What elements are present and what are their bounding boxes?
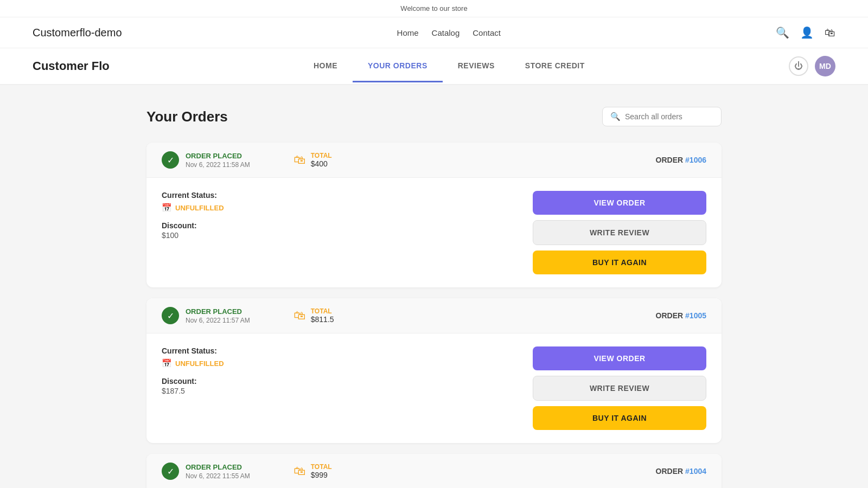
buy-it-again-button[interactable]: BUY IT AGAIN bbox=[533, 406, 706, 430]
discount-label: Discount: bbox=[162, 377, 224, 386]
order-card: ✓ ORDER PLACED Nov 6, 2022 11:57 AM 🛍 TO… bbox=[146, 298, 722, 443]
bag-icon: 🛍 bbox=[293, 153, 305, 167]
calendar-icon: 📅 bbox=[162, 358, 172, 368]
app-nav-right: ⏻ MD bbox=[789, 56, 835, 76]
total-text: TOTAL $999 bbox=[311, 463, 332, 479]
announcement-bar: Welcome to our store bbox=[0, 0, 868, 17]
order-total-section: 🛍 TOTAL $999 bbox=[293, 463, 332, 479]
cart-icon[interactable]: 🛍 bbox=[825, 27, 835, 39]
nav-link-home[interactable]: Home bbox=[397, 28, 419, 37]
orders-list: ✓ ORDER PLACED Nov 6, 2022 11:58 AM 🛍 TO… bbox=[146, 143, 722, 488]
app-brand: Customer Flo bbox=[33, 48, 110, 84]
tab-reviews[interactable]: REVIEWS bbox=[443, 50, 510, 82]
discount-section: Discount: $100 bbox=[162, 221, 224, 240]
current-status-label: Current Status: bbox=[162, 191, 224, 200]
order-date: Nov 6, 2022 11:57 AM bbox=[186, 317, 250, 324]
order-number-section: ORDER #1006 bbox=[656, 156, 706, 164]
store-nav: Customerflo-demo Home Catalog Contact 🔍 … bbox=[0, 17, 868, 48]
total-amount: $400 bbox=[311, 159, 332, 168]
announcement-text: Welcome to our store bbox=[400, 4, 467, 12]
order-date: Nov 6, 2022 11:58 AM bbox=[186, 161, 250, 169]
check-circle-icon: ✓ bbox=[162, 307, 179, 324]
discount-section: Discount: $187.5 bbox=[162, 377, 224, 395]
order-number: #1006 bbox=[685, 156, 706, 164]
total-text: TOTAL $811.5 bbox=[311, 307, 334, 324]
app-nav: Customer Flo HOME YOUR ORDERS REVIEWS ST… bbox=[0, 48, 868, 85]
order-card: ✓ ORDER PLACED Nov 6, 2022 11:58 AM 🛍 TO… bbox=[146, 143, 722, 287]
order-total-section: 🛍 TOTAL $400 bbox=[293, 152, 332, 168]
power-icon[interactable]: ⏻ bbox=[789, 56, 808, 76]
order-placed-text: ORDER PLACED Nov 6, 2022 11:55 AM bbox=[186, 463, 250, 480]
order-placed-text: ORDER PLACED Nov 6, 2022 11:57 AM bbox=[186, 307, 250, 324]
calendar-icon: 📅 bbox=[162, 203, 172, 213]
fulfillment-status: 📅 UNFULFILLED bbox=[162, 203, 224, 213]
order-number-section: ORDER #1004 bbox=[656, 467, 706, 476]
tab-store-credit[interactable]: STORE CREDIT bbox=[510, 50, 600, 82]
search-icon[interactable]: 🔍 bbox=[776, 26, 789, 39]
buy-it-again-button[interactable]: BUY IT AGAIN bbox=[533, 251, 706, 274]
fulfillment-text: UNFULFILLED bbox=[175, 359, 224, 368]
total-text: TOTAL $400 bbox=[311, 152, 332, 168]
orders-title: Your Orders bbox=[146, 108, 228, 125]
order-number: #1005 bbox=[685, 311, 706, 320]
current-status-label: Current Status: bbox=[162, 346, 224, 355]
order-actions: VIEW ORDER WRITE REVIEW BUY IT AGAIN bbox=[533, 191, 706, 274]
nav-link-contact[interactable]: Contact bbox=[473, 28, 501, 37]
order-card: ✓ ORDER PLACED Nov 6, 2022 11:55 AM 🛍 TO… bbox=[146, 454, 722, 488]
order-actions: VIEW ORDER WRITE REVIEW BUY IT AGAIN bbox=[533, 346, 706, 430]
write-review-button[interactable]: WRITE REVIEW bbox=[533, 220, 706, 245]
total-amount: $811.5 bbox=[311, 315, 334, 324]
search-icon: 🔍 bbox=[610, 112, 621, 121]
avatar[interactable]: MD bbox=[815, 56, 835, 76]
search-input[interactable] bbox=[625, 112, 713, 121]
total-label: TOTAL bbox=[311, 463, 332, 471]
order-placed-label: ORDER PLACED bbox=[186, 152, 250, 160]
view-order-button[interactable]: VIEW ORDER bbox=[533, 191, 706, 215]
nav-link-catalog[interactable]: Catalog bbox=[432, 28, 460, 37]
order-card-body: Current Status: 📅 UNFULFILLED Discount: … bbox=[146, 178, 722, 287]
order-card-body: Current Status: 📅 UNFULFILLED Discount: … bbox=[146, 333, 722, 443]
tab-your-orders[interactable]: YOUR ORDERS bbox=[353, 50, 443, 82]
order-placed-text: ORDER PLACED Nov 6, 2022 11:58 AM bbox=[186, 152, 250, 169]
order-number: #1004 bbox=[685, 467, 706, 476]
fulfillment-text: UNFULFILLED bbox=[175, 204, 224, 212]
order-placed-label: ORDER PLACED bbox=[186, 463, 250, 471]
order-details-left: Current Status: 📅 UNFULFILLED Discount: … bbox=[162, 346, 224, 395]
store-nav-icons: 🔍 👤 🛍 bbox=[776, 26, 835, 39]
discount-label: Discount: bbox=[162, 221, 224, 230]
bag-icon: 🛍 bbox=[293, 309, 305, 323]
write-review-button[interactable]: WRITE REVIEW bbox=[533, 376, 706, 401]
order-placed-section: ✓ ORDER PLACED Nov 6, 2022 11:58 AM bbox=[162, 151, 250, 169]
discount-value: $100 bbox=[162, 231, 224, 240]
order-placed-label: ORDER PLACED bbox=[186, 307, 250, 316]
order-placed-section: ✓ ORDER PLACED Nov 6, 2022 11:57 AM bbox=[162, 307, 250, 324]
view-order-button[interactable]: VIEW ORDER bbox=[533, 346, 706, 370]
tab-home[interactable]: HOME bbox=[298, 50, 353, 82]
order-placed-section: ✓ ORDER PLACED Nov 6, 2022 11:55 AM bbox=[162, 463, 250, 480]
app-nav-tabs: HOME YOUR ORDERS REVIEWS STORE CREDIT bbox=[298, 50, 600, 82]
total-label: TOTAL bbox=[311, 307, 334, 315]
check-circle-icon: ✓ bbox=[162, 151, 179, 169]
orders-header: Your Orders 🔍 bbox=[146, 107, 722, 126]
fulfillment-status: 📅 UNFULFILLED bbox=[162, 358, 224, 368]
check-circle-icon: ✓ bbox=[162, 463, 179, 480]
order-card-header: ✓ ORDER PLACED Nov 6, 2022 11:57 AM 🛍 TO… bbox=[146, 298, 722, 333]
discount-value: $187.5 bbox=[162, 387, 224, 395]
store-logo: Customerflo-demo bbox=[33, 27, 122, 39]
main-content: Your Orders 🔍 ✓ ORDER PLACED Nov 6, 2022… bbox=[136, 85, 732, 488]
order-details-left: Current Status: 📅 UNFULFILLED Discount: … bbox=[162, 191, 224, 240]
total-amount: $999 bbox=[311, 471, 332, 479]
bag-icon: 🛍 bbox=[293, 464, 305, 478]
order-card-header: ✓ ORDER PLACED Nov 6, 2022 11:58 AM 🛍 TO… bbox=[146, 143, 722, 178]
order-number-section: ORDER #1005 bbox=[656, 311, 706, 320]
order-date: Nov 6, 2022 11:55 AM bbox=[186, 472, 250, 480]
order-total-section: 🛍 TOTAL $811.5 bbox=[293, 307, 334, 324]
search-box: 🔍 bbox=[602, 107, 722, 126]
account-icon[interactable]: 👤 bbox=[800, 26, 814, 39]
total-label: TOTAL bbox=[311, 152, 332, 159]
store-nav-links: Home Catalog Contact bbox=[397, 28, 501, 37]
order-card-header: ✓ ORDER PLACED Nov 6, 2022 11:55 AM 🛍 TO… bbox=[146, 454, 722, 488]
